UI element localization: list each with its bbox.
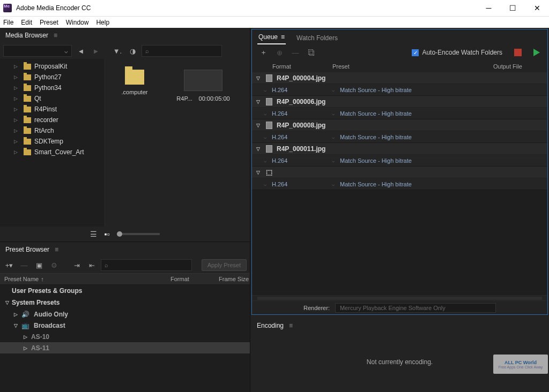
duplicate-icon[interactable]: ⿻: [306, 47, 317, 58]
preset-search-input[interactable]: ⌕: [101, 259, 192, 271]
queue-item[interactable]: ▽R4P_000006.jpg⌵H.264⌵Match Source - Hig…: [252, 96, 547, 119]
panel-menu-icon[interactable]: ≡: [54, 32, 57, 39]
folder-icon: [24, 107, 31, 112]
panel-menu-icon[interactable]: ≡: [289, 322, 293, 329]
tab-watch-folders[interactable]: Watch Folders: [295, 32, 339, 44]
group-broadcast[interactable]: ▽📺Broadcast: [0, 320, 250, 331]
chevron-down-icon: ▽: [256, 146, 262, 152]
group-system-presets[interactable]: ▽System Presets: [0, 297, 250, 308]
dropdown-icon[interactable]: ⌵: [332, 182, 335, 187]
col-format[interactable]: Format: [170, 276, 213, 282]
col-format[interactable]: Format: [272, 63, 332, 70]
preset-list[interactable]: User Presets & Groups ▽System Presets ▷🔊…: [0, 285, 250, 392]
queue-item[interactable]: ▽R4P_000004.jpg⌵H.264⌵Match Source - Hig…: [252, 72, 547, 96]
window-maximize-button[interactable]: ☐: [501, 0, 525, 16]
speaker-icon: 🔊: [21, 311, 29, 318]
nav-back-icon[interactable]: ◄: [75, 45, 87, 57]
new-group-icon[interactable]: ▣: [33, 259, 45, 271]
queue-format[interactable]: H.264: [272, 87, 331, 93]
chevron-right-icon: ▷: [14, 128, 19, 133]
apply-preset-button[interactable]: Apply Preset: [202, 259, 247, 271]
start-queue-button[interactable]: [533, 49, 540, 56]
tree-folder[interactable]: ▷Python27: [0, 72, 105, 82]
ingest-icon[interactable]: ◑: [127, 45, 138, 57]
dropdown-icon[interactable]: ⌵: [264, 87, 266, 93]
menu-help[interactable]: Help: [96, 19, 109, 26]
add-preset-icon[interactable]: +▾: [3, 259, 15, 271]
renderer-label: Renderer:: [303, 305, 330, 311]
queue-item[interactable]: ▽⬚⌵H.264⌵Match Source - High bitrate: [252, 167, 547, 190]
preset-browser-panel: Preset Browser ≡ +▾ — ▣ ⚙ ⇥ ⇤ ⌕ Apply Pr…: [0, 242, 250, 392]
col-preset-name[interactable]: Preset Name: [4, 276, 39, 282]
tree-folder[interactable]: ▷Smart_Cover_Art: [0, 147, 105, 157]
queue-item[interactable]: ▽R4P_000008.jpg⌵H.264⌵Match Source - Hig…: [252, 119, 547, 143]
thumb-clip[interactable]: R4P... 00:00:05:00: [174, 70, 233, 102]
dropdown-icon[interactable]: ⌵: [332, 134, 335, 140]
queue-format[interactable]: H.264: [272, 157, 331, 164]
thumb-view-icon[interactable]: ▪▫: [105, 230, 110, 238]
import-icon[interactable]: ⇥: [71, 259, 83, 271]
export-icon[interactable]: ⇤: [86, 259, 98, 271]
panel-menu-icon[interactable]: ≡: [55, 246, 58, 253]
filter-icon[interactable]: ▼.: [112, 45, 123, 57]
thumbnail-area[interactable]: .computer R4P... 00:00:05:00: [105, 59, 250, 227]
tree-folder[interactable]: ▷Qt: [0, 93, 105, 104]
tree-folder[interactable]: ▷recorder: [0, 115, 105, 125]
preset-as10[interactable]: ▷AS-10: [0, 331, 250, 342]
dropdown-icon[interactable]: ⌵: [332, 158, 335, 163]
thumb-computer[interactable]: .computer: [110, 70, 159, 95]
menu-window[interactable]: Window: [66, 19, 89, 26]
preset-as11[interactable]: ▷AS-11: [0, 342, 250, 353]
tree-folder[interactable]: ▷RtArch: [0, 125, 105, 136]
tree-folder[interactable]: ▷ProposalKit: [0, 61, 105, 72]
tree-folder[interactable]: ▷Python34: [0, 82, 105, 93]
add-source-icon[interactable]: ＋: [257, 47, 269, 58]
media-search-input[interactable]: ⌕: [142, 45, 222, 57]
queue-list[interactable]: ▽R4P_000004.jpg⌵H.264⌵Match Source - Hig…: [252, 72, 547, 295]
col-preset[interactable]: Preset: [332, 63, 493, 70]
queue-format[interactable]: H.264: [272, 134, 331, 140]
queue-format[interactable]: H.264: [272, 181, 331, 187]
queue-preset[interactable]: Match Source - High bitrate: [340, 181, 412, 187]
queue-preset[interactable]: Match Source - High bitrate: [340, 157, 412, 164]
h-scrollbar[interactable]: [257, 297, 542, 300]
panel-menu-icon[interactable]: ≡: [281, 33, 285, 41]
zoom-slider[interactable]: [117, 233, 160, 235]
queue-item[interactable]: ▽R4P_000011.jpg⌵H.264⌵Match Source - Hig…: [252, 143, 547, 167]
queue-format[interactable]: H.264: [272, 110, 331, 117]
group-audio-only[interactable]: ▷🔊Audio Only: [0, 308, 250, 320]
folder-icon: [24, 117, 31, 123]
col-output[interactable]: Output File: [493, 63, 537, 70]
queue-preset[interactable]: Match Source - High bitrate: [340, 134, 412, 140]
window-minimize-button[interactable]: ─: [477, 0, 501, 16]
dropdown-icon[interactable]: ⌵: [264, 158, 266, 163]
tree-folder[interactable]: ▷R4Pinst: [0, 104, 105, 115]
auto-encode-checkbox[interactable]: ✓ Auto-Encode Watch Folders: [412, 49, 502, 56]
menu-edit[interactable]: Edit: [21, 19, 32, 26]
queue-preset[interactable]: Match Source - High bitrate: [340, 87, 412, 93]
menu-file[interactable]: File: [3, 19, 13, 26]
path-dropdown[interactable]: ⌵: [3, 45, 72, 57]
settings-icon[interactable]: ⚙: [48, 259, 60, 271]
remove-preset-icon[interactable]: —: [18, 259, 30, 271]
dropdown-icon[interactable]: ⌵: [264, 182, 266, 187]
group-user-presets[interactable]: User Presets & Groups: [0, 285, 250, 297]
dropdown-icon[interactable]: ⌵: [332, 111, 335, 116]
folder-label: Smart_Cover_Art: [34, 148, 84, 156]
remove-icon[interactable]: —: [290, 47, 301, 58]
stop-button[interactable]: [514, 49, 522, 56]
add-output-icon[interactable]: ⊕: [273, 47, 285, 58]
tree-folder[interactable]: ▷SDKTemp: [0, 136, 105, 147]
window-close-button[interactable]: ✕: [525, 0, 549, 16]
dropdown-icon[interactable]: ⌵: [264, 134, 266, 140]
queue-preset[interactable]: Match Source - High bitrate: [340, 110, 412, 117]
nav-forward-icon[interactable]: ►: [90, 45, 102, 57]
tab-queue[interactable]: Queue ≡: [257, 31, 286, 44]
folder-tree[interactable]: ▷ProposalKit▷Python27▷Python34▷Qt▷R4Pins…: [0, 59, 105, 227]
dropdown-icon[interactable]: ⌵: [332, 87, 335, 93]
list-view-icon[interactable]: ☰: [90, 230, 97, 238]
renderer-dropdown[interactable]: Mercury Playback Engine Software Only: [335, 303, 496, 313]
folder-icon: [125, 70, 144, 85]
dropdown-icon[interactable]: ⌵: [264, 111, 266, 116]
menu-preset[interactable]: Preset: [40, 19, 58, 26]
